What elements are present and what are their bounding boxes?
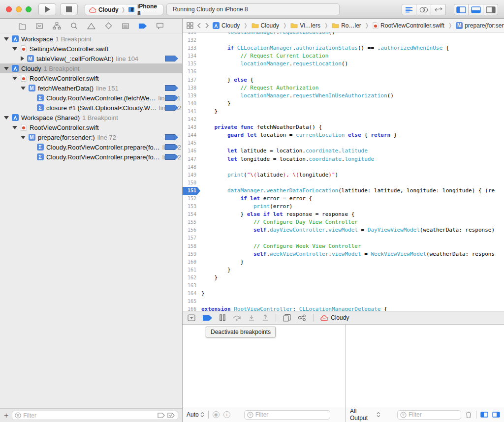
code-line[interactable]: 159 self.weekViewController.viewModel = …: [183, 250, 504, 258]
line-number[interactable]: 163: [183, 282, 200, 290]
code-line[interactable]: 131 locationManager.requestLocation(): [183, 32, 504, 36]
line-number[interactable]: 141: [183, 108, 200, 116]
navigator-tab-issues[interactable]: [86, 22, 96, 30]
breakpoint-line-marker[interactable]: 151: [183, 187, 200, 195]
disclosure-triangle[interactable]: [21, 136, 26, 139]
line-number[interactable]: 131: [183, 32, 200, 36]
version-editor-button[interactable]: [431, 4, 446, 15]
line-number[interactable]: 157: [183, 234, 200, 242]
toggle-inspector-button[interactable]: [483, 4, 498, 15]
code-line[interactable]: 139 locationManager.requestWhenInUseAuth…: [183, 92, 504, 100]
code-line[interactable]: 143 private func fetchWeatherData() {: [183, 123, 504, 131]
breakpoint-flag-icon[interactable]: [165, 56, 178, 61]
step-over-button[interactable]: [232, 314, 241, 321]
line-number[interactable]: 137: [183, 76, 200, 84]
code-line[interactable]: 152 if let error = error {: [183, 195, 504, 203]
line-number[interactable]: 134: [183, 52, 200, 60]
step-into-button[interactable]: [248, 314, 255, 321]
disclosure-triangle[interactable]: [4, 67, 9, 70]
step-out-button[interactable]: [262, 314, 269, 321]
disclosure-triangle[interactable]: [4, 116, 9, 120]
line-number[interactable]: 136: [183, 68, 200, 76]
console-scope-selector[interactable]: All Output: [350, 408, 380, 422]
breakpoint-row[interactable]: Workspace (Shared)1 Breakpoint: [0, 113, 182, 122]
breakpoint-row[interactable]: MfetchWeatherData()line 151: [0, 83, 182, 93]
console-filter-field[interactable]: [397, 410, 461, 420]
code-line[interactable]: 147 let longitude = location.coordinate.…: [183, 155, 504, 163]
line-number[interactable]: 150: [183, 179, 200, 187]
line-number[interactable]: 139: [183, 92, 200, 100]
breakpoint-row[interactable]: RootViewController.swift: [0, 122, 182, 132]
line-number[interactable]: 154: [183, 211, 200, 218]
code-line[interactable]: 157: [183, 234, 504, 242]
navigator-tab-source-control[interactable]: [34, 22, 44, 30]
breakpoint-row[interactable]: MtableView(_:cellForRowAt:)line 104: [0, 54, 182, 63]
code-line[interactable]: 144 guard let location = currentLocation…: [183, 131, 504, 139]
back-button[interactable]: [197, 23, 201, 29]
line-number[interactable]: 156: [183, 226, 200, 234]
code-line[interactable]: 140 }: [183, 100, 504, 108]
breakpoint-filter-input[interactable]: [23, 412, 156, 419]
breakpoint-row[interactable]: Σclosure #1 (Swift.Optional<Cloudy.W…lin…: [0, 103, 182, 113]
disclosure-triangle[interactable]: [12, 47, 17, 51]
navigator-tab-reports[interactable]: [155, 22, 165, 30]
code-line[interactable]: 151 dataManager.weatherDataForLocation(l…: [183, 187, 504, 195]
debug-process-selector[interactable]: Cloudy: [320, 314, 349, 321]
code-line[interactable]: 138 // Request Authorization: [183, 84, 504, 92]
disclosure-triangle[interactable]: [4, 37, 9, 41]
breakpoint-row[interactable]: Mprepare(for:sender:)line 72: [0, 132, 182, 142]
disclosure-triangle[interactable]: [21, 56, 24, 61]
jumpbar-item[interactable]: Vi…lers: [290, 22, 320, 29]
line-number[interactable]: 165: [183, 298, 200, 305]
code-line[interactable]: 166extension RootViewController: CLLocat…: [183, 305, 504, 311]
console-filter-input[interactable]: [409, 411, 458, 418]
breakpoint-row[interactable]: ΣCloudy.RootViewController.prepare(fo…li…: [0, 142, 182, 152]
code-line[interactable]: 134 // Request Current Location: [183, 52, 504, 60]
breakpoint-row[interactable]: Cloudy1 Breakpoint: [0, 63, 182, 73]
variables-filter-field[interactable]: [244, 410, 330, 420]
line-number[interactable]: 149: [183, 171, 200, 179]
code-line[interactable]: 142: [183, 116, 504, 123]
info-icon[interactable]: i: [223, 411, 230, 418]
navigator-tab-project[interactable]: [17, 22, 27, 30]
show-variables-of-interest-icon[interactable]: ◉: [213, 411, 220, 418]
navigator-tab-symbols[interactable]: [52, 22, 62, 30]
line-number[interactable]: 143: [183, 123, 200, 131]
code-line[interactable]: 132: [183, 36, 504, 44]
line-number[interactable]: 160: [183, 258, 200, 266]
code-line[interactable]: 162 }: [183, 274, 504, 282]
line-number[interactable]: 161: [183, 266, 200, 274]
standard-editor-button[interactable]: [402, 4, 416, 15]
line-number[interactable]: 138: [183, 84, 200, 92]
view-hierarchy-debugger-button[interactable]: [283, 314, 291, 322]
line-number[interactable]: 153: [183, 203, 200, 211]
disclosure-triangle[interactable]: [12, 77, 17, 80]
jumpbar-item[interactable]: Cloudy: [213, 22, 240, 29]
code-line[interactable]: 160 }: [183, 258, 504, 266]
code-line[interactable]: 133 if CLLocationManager.authorizationSt…: [183, 44, 504, 52]
line-number[interactable]: 155: [183, 218, 200, 226]
toggle-variables-view-button[interactable]: [480, 412, 488, 418]
clear-console-button[interactable]: [465, 411, 472, 419]
line-number[interactable]: 162: [183, 274, 200, 282]
code-line[interactable]: 161 }: [183, 266, 504, 274]
toggle-navigator-button[interactable]: [454, 4, 469, 15]
line-number[interactable]: 142: [183, 116, 200, 123]
jumpbar-item[interactable]: RootViewController.swift: [373, 22, 444, 29]
assistant-editor-button[interactable]: [416, 4, 431, 15]
line-number[interactable]: 158: [183, 242, 200, 250]
code-line[interactable]: 150: [183, 179, 504, 187]
breakpoint-row[interactable]: RootViewController.swift: [0, 73, 182, 83]
code-line[interactable]: 153 print(error): [183, 203, 504, 211]
code-line[interactable]: 137 } else {: [183, 76, 504, 84]
code-line[interactable]: 146 let latitude = location.coordinate.l…: [183, 147, 504, 155]
navigator-tab-tests[interactable]: [103, 22, 113, 30]
code-line[interactable]: 158 // Configure Week View Controller: [183, 242, 504, 250]
line-number[interactable]: 148: [183, 163, 200, 171]
breakpoints-toggle-button[interactable]: [202, 315, 213, 321]
breakpoint-flag-icon[interactable]: [165, 85, 178, 91]
line-number[interactable]: 152: [183, 195, 200, 203]
toggle-debug-area-button[interactable]: [469, 4, 483, 15]
code-line[interactable]: 149 print("\(latitude), \(longitude)"): [183, 171, 504, 179]
jumpbar-item[interactable]: Mprepare(for:sender:): [456, 22, 504, 29]
